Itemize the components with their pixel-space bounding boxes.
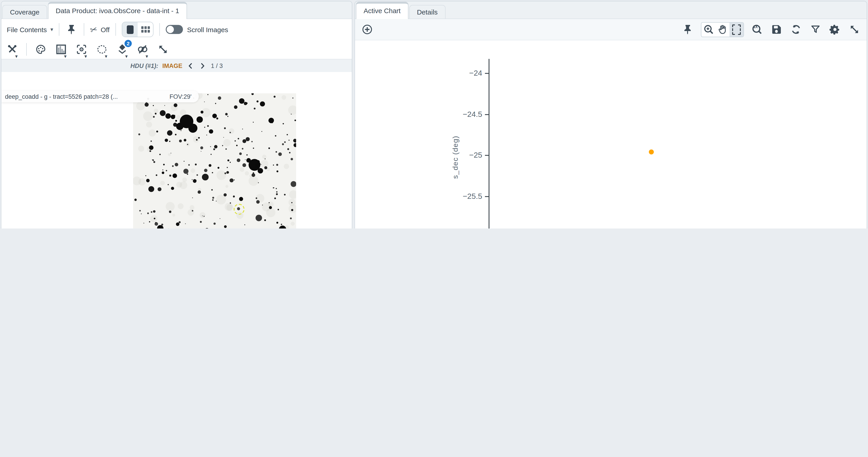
chevron-down-icon: ▾ bbox=[15, 54, 18, 59]
scissors-icon: ✂ bbox=[89, 24, 99, 35]
y-tick bbox=[485, 196, 489, 197]
expand-icon bbox=[849, 24, 860, 35]
file-contents-label: File Contents bbox=[7, 26, 47, 33]
chart-settings-button[interactable] bbox=[829, 22, 841, 37]
expand-image-button[interactable] bbox=[157, 42, 169, 57]
next-hdu-button[interactable] bbox=[199, 62, 207, 70]
zoom-in-icon bbox=[703, 24, 714, 35]
data-product-panel: Coverage Data Product: ivoa.ObsCore - da… bbox=[1, 1, 352, 228]
chevron-down-icon: ▾ bbox=[146, 54, 148, 59]
tab-active-chart[interactable]: Active Chart bbox=[356, 2, 408, 19]
hdu-label: HDU (#1): bbox=[130, 62, 158, 69]
fits-image[interactable] bbox=[133, 93, 296, 228]
image-fov-label: FOV:29' bbox=[169, 93, 191, 100]
recenter-button[interactable]: ▾ bbox=[75, 42, 88, 57]
image-toolbar-secondary: ▾ ▾ ▾ ▾ bbox=[1, 40, 352, 59]
expand-icon bbox=[158, 44, 168, 55]
filter-chart-button[interactable] bbox=[809, 22, 822, 37]
grid-view-icon bbox=[141, 26, 150, 33]
y-tick bbox=[485, 114, 489, 115]
palette-icon bbox=[35, 44, 46, 55]
gear-icon bbox=[830, 24, 840, 35]
image-title-overlay: deep_coadd - g - tract=5526 patch=28 (..… bbox=[1, 91, 199, 102]
image-toolbar-primary: File Contents ▾ ✂ Off bbox=[1, 19, 352, 40]
add-chart-button[interactable] bbox=[361, 22, 374, 37]
data-point[interactable] bbox=[649, 150, 654, 155]
previous-hdu-button[interactable] bbox=[187, 62, 195, 70]
hdu-navigation-bar: HDU (#1): IMAGE 1 / 3 bbox=[1, 59, 352, 72]
hdu-type-label: IMAGE bbox=[162, 62, 183, 69]
hdu-page-indicator: 1 / 3 bbox=[211, 62, 223, 69]
color-palette-button[interactable] bbox=[34, 42, 47, 57]
tab-details[interactable]: Details bbox=[409, 5, 445, 19]
tab-data-product[interactable]: Data Product: ivoa.ObsCore - data-int - … bbox=[48, 2, 187, 19]
divider bbox=[84, 23, 85, 36]
chevron-down-icon: ▾ bbox=[85, 54, 87, 59]
cutout-button[interactable]: ✂ Off bbox=[90, 24, 110, 35]
select-mode-button[interactable] bbox=[730, 23, 743, 36]
app-window: Coverage Data Product: ivoa.ObsCore - da… bbox=[0, 0, 868, 228]
divider bbox=[116, 23, 116, 36]
single-view-icon bbox=[127, 25, 133, 34]
selection-rectangle-icon bbox=[732, 24, 741, 35]
pin-button[interactable] bbox=[65, 22, 78, 37]
divider bbox=[159, 23, 160, 36]
y-tick bbox=[485, 73, 489, 74]
data-product-tabbar: Coverage Data Product: ivoa.ObsCore - da… bbox=[1, 1, 352, 19]
image-title: deep_coadd - g - tract=5526 patch=28 (..… bbox=[5, 93, 118, 100]
file-contents-dropdown[interactable]: File Contents ▾ bbox=[7, 26, 53, 33]
scatter-plot[interactable]: −24−24.5−25−25.59695.59594.5s_dec (deg)s… bbox=[355, 40, 867, 228]
pin-icon bbox=[66, 24, 77, 35]
dashed-circle-icon bbox=[96, 44, 107, 55]
filter-icon bbox=[810, 24, 821, 35]
divider bbox=[59, 23, 60, 36]
scroll-images-toggle[interactable]: Scroll Images bbox=[166, 25, 228, 34]
cutout-state-label: Off bbox=[101, 26, 110, 33]
top-row: Coverage Data Product: ivoa.ObsCore - da… bbox=[0, 0, 868, 228]
divider bbox=[26, 43, 27, 56]
chart-toolbar: 1X bbox=[355, 19, 867, 40]
target-marker-icon bbox=[234, 204, 245, 215]
view-mode-group bbox=[122, 22, 154, 37]
zoom-in-mode-button[interactable] bbox=[701, 23, 715, 36]
histogram-icon bbox=[56, 44, 67, 55]
chevron-down-icon: ▾ bbox=[105, 54, 107, 59]
y-axis-line bbox=[489, 59, 490, 228]
recenter-icon bbox=[76, 44, 87, 55]
tab-coverage[interactable]: Coverage bbox=[2, 5, 47, 19]
tools-icon bbox=[7, 44, 18, 55]
single-view-button[interactable] bbox=[122, 22, 138, 37]
refresh-icon bbox=[790, 24, 801, 35]
pan-mode-button[interactable] bbox=[715, 23, 730, 36]
unlink-icon bbox=[137, 44, 148, 55]
image-viewer[interactable]: deep_coadd - g - tract=5526 patch=28 (..… bbox=[1, 72, 352, 228]
grid-view-button[interactable] bbox=[138, 22, 153, 37]
zoom-original-button[interactable]: 1X bbox=[751, 22, 764, 37]
layers-button[interactable]: 2 ▾ bbox=[116, 42, 129, 57]
unlink-wcs-button[interactable]: ▾ bbox=[136, 42, 149, 57]
select-region-button[interactable]: ▾ bbox=[96, 42, 108, 57]
save-chart-button[interactable] bbox=[770, 22, 783, 37]
chart-tabbar: Active Chart Details bbox=[355, 1, 867, 19]
stretch-histogram-button[interactable]: ▾ bbox=[55, 42, 67, 57]
y-tick bbox=[485, 155, 489, 156]
y-tick-label: −24 bbox=[452, 69, 482, 78]
chevron-down-icon: ▾ bbox=[51, 26, 53, 33]
hand-icon bbox=[717, 24, 728, 35]
save-icon bbox=[771, 24, 782, 35]
y-axis-title: s_dec (deg) bbox=[452, 116, 461, 198]
chevron-down-icon: ▾ bbox=[64, 54, 67, 59]
chevron-down-icon: ▾ bbox=[125, 54, 128, 59]
chart-panel: Active Chart Details bbox=[354, 1, 867, 228]
starfield-image bbox=[133, 93, 296, 228]
zoom-1x-label: 1X bbox=[752, 25, 759, 29]
pin-chart-button[interactable] bbox=[681, 22, 694, 37]
chart-mode-group bbox=[701, 22, 744, 37]
pin-icon bbox=[682, 24, 693, 35]
refresh-chart-button[interactable] bbox=[790, 22, 802, 37]
layers-count-badge: 2 bbox=[125, 40, 132, 47]
tools-button[interactable]: ▾ bbox=[6, 42, 19, 57]
add-circle-icon bbox=[362, 24, 373, 35]
toggle-switch-icon bbox=[166, 25, 183, 34]
expand-chart-button[interactable] bbox=[848, 22, 861, 37]
